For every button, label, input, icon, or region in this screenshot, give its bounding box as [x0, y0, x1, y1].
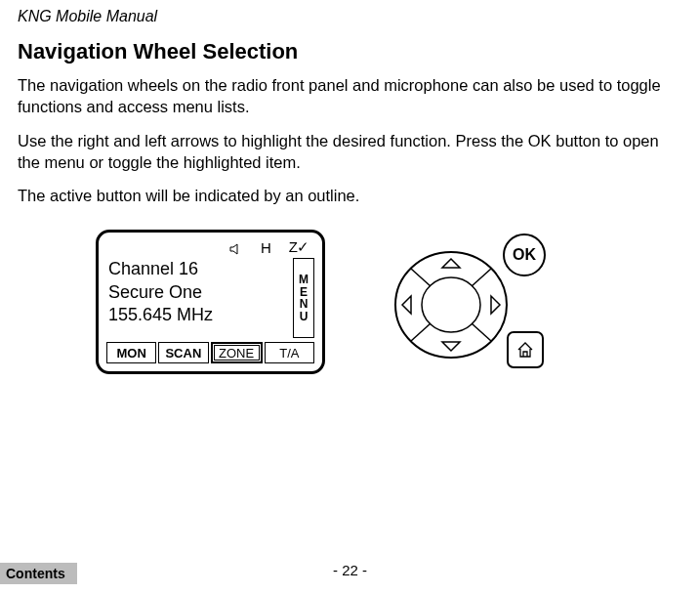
channel-line3: 155.645 MHz [108, 304, 293, 326]
menu-u: U [300, 311, 309, 323]
radio-screen: H Z✓ Channel 16 Secure One 155.645 MHz M… [96, 230, 325, 374]
ok-label: OK [513, 246, 536, 264]
figure-row: H Z✓ Channel 16 Secure One 155.645 MHz M… [96, 230, 682, 374]
ok-button[interactable]: OK [503, 233, 546, 276]
svg-line-5 [472, 323, 491, 341]
nav-down-icon [442, 342, 460, 351]
channel-line1: Channel 16 [108, 258, 293, 280]
paragraph-1: The navigation wheels on the radio front… [18, 74, 682, 118]
header-title: KNG Mobile Manual [18, 8, 682, 25]
svg-line-3 [472, 269, 491, 286]
status-h: H [261, 239, 271, 256]
status-z: Z✓ [289, 238, 309, 256]
softkey-mon[interactable]: MON [106, 342, 156, 363]
contents-link[interactable]: Contents [0, 563, 77, 584]
paragraph-3: The active button will be indicated by a… [18, 185, 682, 206]
home-icon [515, 340, 535, 360]
paragraph-2: Use the right and left arrows to highlig… [18, 130, 682, 174]
section-heading: Navigation Wheel Selection [18, 39, 682, 64]
channel-info: Channel 16 Secure One 155.645 MHz [106, 256, 293, 342]
home-button[interactable] [507, 331, 544, 368]
menu-m: M [299, 274, 309, 286]
nav-up-icon [442, 259, 460, 268]
nav-cluster: OK [384, 233, 579, 370]
softkey-zone[interactable]: ZONE [211, 342, 263, 363]
speaker-icon [229, 239, 243, 256]
nav-right-icon [491, 296, 500, 314]
status-bar: H Z✓ [106, 238, 314, 256]
page-number: - 22 - [0, 562, 700, 578]
svg-line-4 [411, 323, 431, 341]
nav-left-icon [402, 296, 411, 314]
softkey-ta[interactable]: T/A [265, 342, 314, 363]
channel-line2: Secure One [108, 281, 293, 304]
svg-line-2 [411, 269, 431, 286]
screen-body: Channel 16 Secure One 155.645 MHz M E N … [106, 256, 314, 342]
softkey-row: MON SCAN ZONE T/A [106, 342, 314, 363]
softkey-scan[interactable]: SCAN [158, 342, 208, 363]
menu-softkey[interactable]: M E N U [293, 258, 314, 338]
nav-wheel[interactable] [393, 247, 509, 362]
